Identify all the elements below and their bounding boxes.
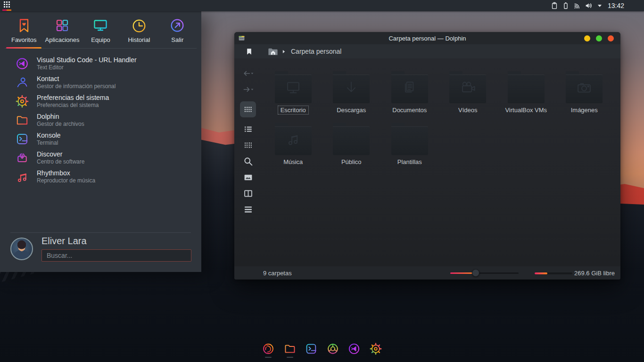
dock-files[interactable] xyxy=(283,342,297,359)
folder-icon xyxy=(449,71,486,103)
app-item-kontact[interactable]: KontactGestor de información personal xyxy=(0,73,201,92)
app-item-dolphin[interactable]: DolphinGestor de archivos xyxy=(0,111,201,130)
active-tab-indicator xyxy=(6,47,41,49)
folder-escritorio[interactable]: Escritorio xyxy=(264,71,322,123)
vscode-icon xyxy=(15,57,29,71)
folder-label: Música xyxy=(281,157,305,166)
app-name: Preferencias del sistema xyxy=(37,94,109,102)
view-grid-icon xyxy=(243,105,253,115)
app-description: Gestor de archivos xyxy=(37,121,84,128)
user-avatar[interactable] xyxy=(10,238,33,260)
tab-aplicaciones[interactable]: Aplicaciones xyxy=(43,14,81,48)
bookmark-icon[interactable] xyxy=(246,48,252,55)
app-item-visual-studio-code-url-handler[interactable]: Visual Studio Code - URL HandlerText Edi… xyxy=(0,54,201,73)
sidebar-back-button[interactable] xyxy=(240,68,256,79)
clipboard-icon[interactable] xyxy=(551,2,558,9)
monitor-glyph-icon xyxy=(283,78,304,99)
window-body: EscritorioDescargasDocumentosVídeosVirtu… xyxy=(234,58,620,266)
side-toolbar xyxy=(234,58,262,266)
camera-glyph-icon xyxy=(574,78,594,99)
chrome-icon xyxy=(326,342,339,355)
folder-label: Escritorio xyxy=(278,106,309,115)
zoom-slider-handle[interactable] xyxy=(472,269,479,277)
kontact-icon xyxy=(15,75,29,90)
panel-clock[interactable]: 13:42 xyxy=(608,2,624,9)
app-texts: KontactGestor de información personal xyxy=(37,75,116,90)
sidebar-list-view-button[interactable] xyxy=(240,123,256,135)
volume-icon[interactable] xyxy=(585,2,592,9)
caret-down-icon[interactable] xyxy=(596,2,603,9)
folder-plantillas[interactable]: Plantillas xyxy=(380,123,439,175)
dock-settings[interactable] xyxy=(369,342,382,359)
sidebar-icons-view-button[interactable] xyxy=(240,101,256,117)
folder-documentos[interactable]: Documentos xyxy=(380,71,439,123)
folder-icon xyxy=(566,71,603,103)
close-button[interactable] xyxy=(608,35,614,41)
dock-konsole[interactable] xyxy=(305,342,318,359)
folder-app-icon xyxy=(283,342,297,355)
folder-label: Vídeos xyxy=(455,106,480,115)
note-glyph-icon xyxy=(283,130,304,151)
app-item-discover[interactable]: DiscoverCentro de software xyxy=(0,148,201,167)
sidebar-preview-button[interactable] xyxy=(240,172,256,183)
folder-label: Plantillas xyxy=(395,157,425,166)
preview-icon xyxy=(243,173,253,182)
sidebar-details-view-button[interactable] xyxy=(240,140,256,151)
favorites-app-list: Visual Studio Code - URL HandlerText Edi… xyxy=(0,49,201,186)
footer-separator xyxy=(10,232,191,233)
dock-vscode[interactable] xyxy=(347,342,361,359)
network-icon[interactable] xyxy=(573,2,581,9)
folder-label: Imágenes xyxy=(568,106,601,115)
app-texts: DolphinGestor de archivos xyxy=(37,113,84,128)
status-folders-count: 9 carpetas xyxy=(263,270,292,277)
tab-label: Salir xyxy=(171,36,183,43)
breadcrumb[interactable]: Carpeta personal xyxy=(291,48,341,55)
leave-icon xyxy=(169,17,186,34)
battery-icon[interactable] xyxy=(562,2,570,9)
app-item-rhythmbox[interactable]: RhythmboxReproductor de música xyxy=(0,167,201,186)
app-item-preferencias-del-sistema[interactable]: Preferencias del sistemaPreferencias del… xyxy=(0,92,201,111)
video-glyph-icon xyxy=(457,78,478,99)
home-button[interactable] xyxy=(268,47,278,56)
konsole-icon xyxy=(305,342,318,355)
search-input[interactable] xyxy=(41,249,191,262)
maximize-button[interactable] xyxy=(596,35,602,41)
app-item-konsole[interactable]: KonsoleTerminal xyxy=(0,130,201,148)
tab-equipo[interactable]: Equipo xyxy=(82,14,120,48)
discover-icon xyxy=(15,151,29,165)
sidebar-forward-button[interactable] xyxy=(240,84,256,95)
launcher-grid-icon xyxy=(4,1,10,8)
free-space-bar xyxy=(535,272,572,274)
folder-videos[interactable]: Vídeos xyxy=(439,71,497,123)
desktop: 13:42 FavoritosAplicacionesEquipoHistori… xyxy=(0,0,644,362)
back-icon xyxy=(242,69,254,78)
minimize-button[interactable] xyxy=(584,35,590,41)
tab-salir[interactable]: Salir xyxy=(158,14,197,48)
free-space-bar-fill xyxy=(535,272,547,274)
history-icon xyxy=(131,17,148,34)
dock-firefox[interactable] xyxy=(262,342,275,359)
tab-historial[interactable]: Historial xyxy=(120,14,158,48)
folder-icon xyxy=(333,123,370,155)
titlebar[interactable]: Carpeta personal — Dolphin xyxy=(234,32,620,44)
app-launcher-button[interactable] xyxy=(1,0,12,11)
folder-imagenes[interactable]: Imágenes xyxy=(555,71,614,123)
folder-virtualbox-vms[interactable]: VirtualBox VMs xyxy=(497,71,555,123)
window-title: Carpeta personal — Dolphin xyxy=(234,35,620,42)
sidebar-search-button[interactable] xyxy=(240,156,256,167)
tab-label: Historial xyxy=(128,36,150,43)
folder-descargas[interactable]: Descargas xyxy=(322,71,381,123)
zoom-slider[interactable] xyxy=(450,272,519,274)
rhythmbox-icon xyxy=(15,170,29,184)
sidebar-split-button[interactable] xyxy=(240,188,256,199)
app-description: Centro de software xyxy=(37,158,84,165)
dock-chrome[interactable] xyxy=(326,342,339,359)
app-texts: DiscoverCentro de software xyxy=(37,150,84,165)
folder-musica[interactable]: Música xyxy=(264,123,322,175)
tab-label: Equipo xyxy=(91,36,110,43)
app-texts: Preferencias del sistemaPreferencias del… xyxy=(37,94,109,109)
sidebar-menu-button[interactable] xyxy=(240,204,256,215)
favorites-icon xyxy=(16,17,33,34)
folder-publico[interactable]: Público xyxy=(322,123,381,175)
tab-favoritos[interactable]: Favoritos xyxy=(5,14,43,48)
